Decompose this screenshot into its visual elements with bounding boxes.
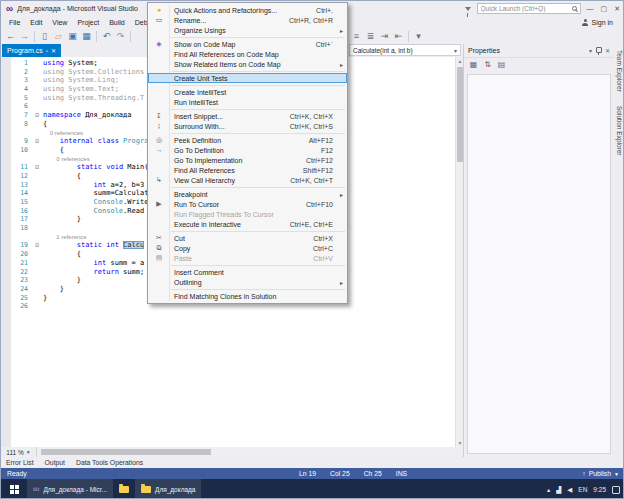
menu-item-label: Quick Actions and Refactorings... bbox=[174, 7, 277, 14]
fold-margin bbox=[33, 76, 41, 85]
close-icon[interactable]: ✕ bbox=[51, 48, 56, 54]
menu-project[interactable]: Project bbox=[72, 19, 104, 26]
side-tab-team-explorer[interactable]: Team Explorer bbox=[616, 50, 623, 92]
close-icon[interactable]: ✕ bbox=[605, 47, 610, 54]
menu-item-find-all-references[interactable]: Find All ReferencesShift+F12 bbox=[148, 165, 347, 175]
menu-file[interactable]: File bbox=[4, 19, 25, 26]
menu-item-organize-usings[interactable]: Organize Usings▸ bbox=[148, 25, 347, 35]
comment-icon[interactable]: ≡ bbox=[350, 30, 363, 43]
menu-item-run-to-cursor[interactable]: ▶Run To CursorCtrl+F10 bbox=[148, 199, 347, 209]
menu-item-create-unit-tests[interactable]: Create Unit Tests bbox=[148, 73, 347, 83]
publish-button[interactable]: ↑ Publish ▼ bbox=[582, 470, 619, 477]
indent-icon[interactable]: ⇥ bbox=[378, 30, 391, 43]
menu-item-view-call-hierarchy[interactable]: ↳View Call HierarchyCtrl+K, Ctrl+T bbox=[148, 175, 347, 185]
network-icon[interactable]: ▟ bbox=[556, 486, 561, 494]
close-button[interactable]: ✕ bbox=[614, 5, 620, 13]
fold-margin bbox=[33, 215, 41, 224]
menu-item-copy[interactable]: ⧉CopyCtrl+C bbox=[148, 243, 347, 253]
toolbar-options-icon[interactable]: ▾ bbox=[412, 30, 425, 43]
menu-item-rename[interactable]: ▭Rename...Ctrl+R, Ctrl+R bbox=[148, 15, 347, 25]
quick-launch-input[interactable]: Quick Launch (Ctrl+Q) bbox=[477, 3, 581, 14]
menu-item-surround-with[interactable]: ↨Surround With...Ctrl+K, Ctrl+S bbox=[148, 121, 347, 131]
breakpoint-margin[interactable] bbox=[1, 57, 11, 447]
redo-icon[interactable]: ↷ bbox=[114, 30, 127, 43]
menu-item-shortcut: Ctrl+X bbox=[303, 235, 333, 242]
window-position-icon[interactable]: ▾ bbox=[589, 47, 592, 54]
fold-collapse-icon[interactable]: ⊟ bbox=[33, 163, 41, 172]
maximize-button[interactable]: ▢ bbox=[601, 5, 608, 13]
menu-item-go-to-implementation[interactable]: Go To ImplementationCtrl+F12 bbox=[148, 155, 347, 165]
outdent-icon[interactable]: ⇤ bbox=[392, 30, 405, 43]
properties-content[interactable] bbox=[467, 74, 611, 454]
action-center-icon[interactable] bbox=[612, 486, 620, 494]
quick-launch-placeholder: Quick Launch (Ctrl+Q) bbox=[481, 5, 572, 12]
menu-item-go-to-definition[interactable]: →Go To DefinitionF12 bbox=[148, 145, 347, 155]
menu-item-find-matching-clones-in-solution[interactable]: Find Matching Clones in Solution bbox=[148, 291, 347, 301]
property-pages-icon[interactable]: ▤ bbox=[496, 59, 507, 70]
line-number: 16 bbox=[11, 207, 33, 216]
open-file-icon[interactable]: ▱ bbox=[52, 30, 65, 43]
save-all-icon[interactable]: ▦ bbox=[80, 30, 93, 43]
panel-tab-data-tools-operations[interactable]: Data Tools Operations bbox=[76, 459, 143, 466]
start-button[interactable] bbox=[1, 479, 27, 499]
panel-tab-output[interactable]: Output bbox=[45, 459, 65, 466]
clock[interactable]: 9:25 bbox=[593, 486, 606, 493]
menu-item-find-all-references-on-code-map[interactable]: Find All References on Code Map bbox=[148, 49, 347, 59]
panel-tab-error-list[interactable]: Error List bbox=[6, 459, 34, 466]
pin-icon[interactable]: ▫ bbox=[46, 48, 48, 54]
menu-view[interactable]: View bbox=[47, 19, 72, 26]
undo-icon[interactable]: ↶ bbox=[100, 30, 113, 43]
alphabetical-icon[interactable]: ⇅ bbox=[482, 59, 493, 70]
pin-icon[interactable] bbox=[596, 47, 601, 55]
member-dropdown[interactable]: Calculate(int a, int b) ▾ bbox=[349, 44, 461, 56]
feedback-filter-icon[interactable] bbox=[465, 7, 471, 11]
tray-expand-icon[interactable]: ▴ bbox=[547, 486, 550, 494]
save-icon[interactable]: ▣ bbox=[66, 30, 79, 43]
fold-collapse-icon[interactable]: ⊟ bbox=[33, 111, 41, 120]
navigate-forward-icon[interactable]: → bbox=[18, 30, 31, 43]
menu-item-insert-snippet[interactable]: ↧Insert Snippet...Ctrl+K, Ctrl+X bbox=[148, 111, 347, 121]
menu-item-cut[interactable]: ✂CutCtrl+X bbox=[148, 233, 347, 243]
line-number: 13 bbox=[11, 181, 33, 190]
navigate-backward-icon[interactable]: ← bbox=[4, 30, 17, 43]
menu-item-breakpoint[interactable]: Breakpoint▸ bbox=[148, 189, 347, 199]
visual-studio-icon: ∞ bbox=[33, 485, 39, 494]
fold-margin bbox=[33, 259, 41, 268]
side-tab-solution-explorer[interactable]: Solution Explorer bbox=[616, 106, 623, 156]
menu-item-quick-actions-and-refactorings[interactable]: ●Quick Actions and Refactorings...Ctrl+. bbox=[148, 5, 347, 15]
line-number: 23 bbox=[11, 276, 33, 285]
menu-item-shortcut: Ctrl+R, Ctrl+R bbox=[279, 17, 333, 24]
menu-item-shortcut: Ctrl+` bbox=[306, 41, 333, 48]
menu-item-create-intellitest[interactable]: Create IntelliTest bbox=[148, 87, 347, 97]
tab-program-cs[interactable]: Program.cs ▫✕ bbox=[2, 44, 61, 57]
menu-item-show-related-items-on-code-map[interactable]: Show Related Items on Code Map▸ bbox=[148, 59, 347, 69]
taskbar-button-для-доклада[interactable]: Для_доклада bbox=[135, 479, 201, 499]
editor-vertical-scrollbar[interactable]: ▲ ▼ bbox=[455, 57, 463, 447]
uncomment-icon[interactable]: ≣ bbox=[364, 30, 377, 43]
volume-icon[interactable]: ◀ bbox=[567, 486, 572, 494]
menu-item-run-intellitest[interactable]: Run IntelliTest bbox=[148, 97, 347, 107]
language-indicator[interactable]: EN bbox=[578, 486, 587, 493]
menu-item-peek-definition[interactable]: ◎Peek DefinitionAlt+F12 bbox=[148, 135, 347, 145]
editor-horizontal-scrollbar[interactable] bbox=[37, 447, 455, 457]
horizontal-scroll-thumb[interactable] bbox=[41, 449, 211, 455]
taskbar-button-file-explorer-icon[interactable] bbox=[113, 479, 135, 499]
fold-margin bbox=[33, 146, 41, 155]
menu-build[interactable]: Build bbox=[104, 19, 130, 26]
taskbar-button-для-доклада-micr[interactable]: ∞Для_доклада - Micr... bbox=[27, 479, 113, 499]
fold-collapse-icon[interactable]: ⊟ bbox=[33, 137, 41, 146]
sign-in-button[interactable]: Sign in bbox=[582, 16, 623, 28]
zoom-control[interactable]: 111 % ▼ bbox=[1, 447, 37, 457]
menu-item-run-flagged-threads-to-cursor[interactable]: Run Flagged Threads To Cursor bbox=[148, 209, 347, 219]
menu-item-paste[interactable]: ▤PasteCtrl+V bbox=[148, 253, 347, 263]
menu-item-outlining[interactable]: Outlining▸ bbox=[148, 277, 347, 287]
new-file-icon[interactable]: ▯ bbox=[38, 30, 51, 43]
menu-edit[interactable]: Edit bbox=[25, 19, 47, 26]
menu-item-show-on-code-map[interactable]: ◈Show on Code MapCtrl+` bbox=[148, 39, 347, 49]
toolbar-separator bbox=[408, 31, 409, 42]
menu-item-execute-in-interactive[interactable]: Execute in InteractiveCtrl+E, Ctrl+E bbox=[148, 219, 347, 229]
categorized-icon[interactable]: ▦ bbox=[468, 59, 479, 70]
menu-item-insert-comment[interactable]: Insert Comment bbox=[148, 267, 347, 277]
minimize-button[interactable]: — bbox=[587, 5, 594, 13]
fold-collapse-icon[interactable]: ⊟ bbox=[33, 241, 41, 250]
